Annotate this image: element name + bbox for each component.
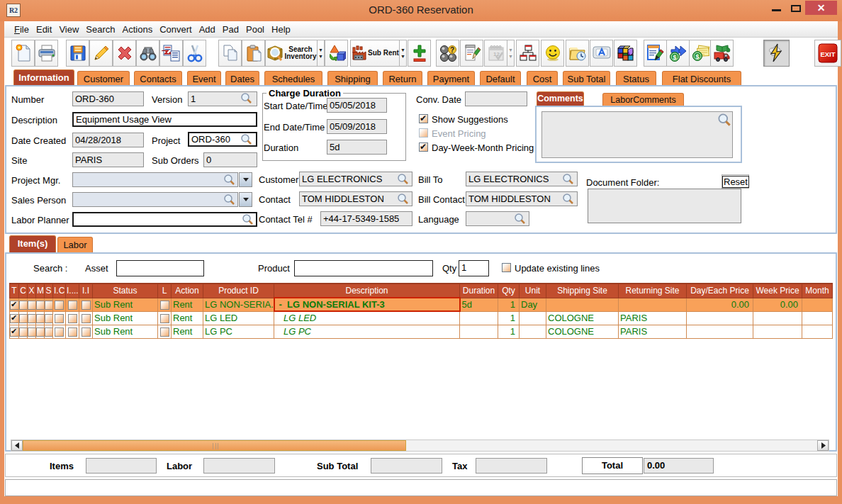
menu-convert[interactable]: Convert [156, 24, 196, 35]
row-t-checkbox[interactable] [10, 301, 19, 310]
row-ii-checkbox[interactable] [82, 327, 91, 337]
row-duration[interactable] [460, 311, 498, 325]
exit-button[interactable]: EXIT [814, 40, 841, 67]
qty-input[interactable]: 1 [459, 260, 489, 276]
project-search-icon[interactable] [240, 133, 252, 145]
row-unit[interactable] [520, 325, 546, 338]
row-qty[interactable]: 1 [498, 311, 520, 325]
tab-sub-total[interactable]: Sub Total [563, 71, 610, 86]
tab-payment[interactable]: Payment [427, 71, 475, 86]
row-shipping-site[interactable] [546, 298, 619, 311]
tab-customer[interactable]: Customer [77, 71, 130, 86]
row-month[interactable] [802, 298, 833, 311]
contact-search-icon[interactable] [397, 193, 409, 205]
row-month[interactable] [802, 311, 833, 325]
row-product-id[interactable]: LG LED [203, 311, 274, 325]
row-status[interactable]: Sub Rent [93, 325, 158, 338]
maximize-button[interactable] [789, 1, 804, 15]
row-week-price[interactable] [753, 325, 802, 338]
row-month[interactable] [802, 325, 833, 338]
tab-comments[interactable]: Comments [537, 91, 584, 106]
copy-button[interactable] [218, 40, 242, 67]
bill-contact-search-icon[interactable] [562, 193, 574, 205]
col-unit[interactable]: Unit [520, 284, 546, 298]
shipping-truck-button[interactable] [710, 40, 734, 67]
row-duration[interactable] [460, 325, 498, 338]
tab-default[interactable]: Default [480, 71, 521, 86]
row-week-price[interactable] [753, 311, 802, 325]
shortcut-key-button[interactable] [590, 40, 613, 67]
col-qty[interactable]: Qty [498, 284, 520, 298]
asset-input[interactable] [116, 260, 204, 276]
table-row[interactable]: Sub Rent Rent LG PC LG PC 1 COLOGNE PARI… [10, 325, 833, 338]
tab-labor-comments[interactable]: LaborComments [602, 93, 684, 106]
tab-shipping[interactable]: Shipping [327, 71, 378, 86]
notepad-button[interactable] [460, 40, 483, 67]
row-idot-checkbox[interactable] [68, 301, 77, 310]
menu-help[interactable]: Help [268, 24, 294, 35]
row-returning-site[interactable]: PARIS [619, 325, 687, 338]
add-button[interactable] [408, 40, 431, 67]
row-idot-checkbox[interactable] [68, 327, 77, 337]
col-t[interactable]: T [10, 284, 19, 298]
col-ii[interactable]: I.I [79, 284, 93, 298]
hscroll-right-arrow[interactable] [817, 440, 829, 451]
menu-pad[interactable]: Pad [219, 24, 242, 35]
row-qty[interactable]: 1 [498, 298, 520, 311]
row-t-checkbox[interactable] [10, 314, 19, 323]
menu-actions[interactable]: Actions [119, 24, 157, 35]
sub-rent-button[interactable]: Sub Rent [350, 40, 400, 67]
money-notes-button[interactable]: $ [689, 40, 712, 67]
col-m[interactable]: M [36, 284, 45, 298]
copy-special-button[interactable] [159, 40, 183, 67]
product-input[interactable] [294, 260, 433, 276]
row-x-checkbox[interactable] [28, 314, 36, 323]
calendar-button[interactable]: 12 [484, 40, 507, 67]
labor-planner-search-icon[interactable] [242, 213, 254, 225]
duration-field[interactable]: 5d [327, 140, 387, 155]
row-qty[interactable]: 1 [498, 325, 520, 338]
print-button[interactable] [35, 40, 58, 67]
project-mgr-dropdown[interactable] [239, 172, 252, 187]
stacked-cubes-button[interactable] [614, 40, 637, 67]
row-t-checkbox[interactable] [10, 327, 19, 337]
menu-add[interactable]: Add [196, 24, 219, 35]
row-unit[interactable]: Day [520, 298, 546, 311]
tab-flat-discounts[interactable]: Flat Discounts [662, 71, 741, 86]
folder-clock-button[interactable] [566, 40, 589, 67]
minimize-button[interactable] [769, 1, 785, 15]
row-m-checkbox[interactable] [36, 301, 45, 310]
contact-tel-field[interactable]: +44-17-5349-1585 [320, 211, 412, 226]
bill-to-field[interactable]: LG ELECTRONICS [466, 172, 578, 186]
row-c-checkbox[interactable] [19, 301, 28, 310]
row-description[interactable]: - LG NON-SERIAL KIT-3 [274, 298, 460, 311]
row-c-checkbox[interactable] [19, 327, 28, 337]
table-row[interactable]: Sub Rent Rent LG NON-SERIA... - LG NON-S… [10, 298, 833, 311]
customer-search-icon[interactable] [397, 173, 409, 185]
end-date-field[interactable]: 05/09/2018 [327, 119, 387, 134]
delete-button[interactable] [113, 40, 136, 67]
row-x-checkbox[interactable] [28, 301, 36, 310]
sales-person-search-icon[interactable] [223, 194, 235, 206]
row-day-each-price[interactable] [687, 325, 753, 338]
row-unit[interactable] [520, 311, 546, 325]
menu-edit[interactable]: Edit [33, 24, 55, 35]
find-button[interactable] [136, 40, 159, 67]
col-status[interactable]: Status [93, 284, 158, 298]
col-duration[interactable]: Duration [460, 284, 498, 298]
row-idot-checkbox[interactable] [68, 314, 77, 323]
sub-rent-dropdown[interactable]: ▼▼ [400, 40, 407, 67]
edit-button[interactable] [89, 40, 113, 67]
dwm-pricing-checkbox[interactable] [419, 142, 428, 152]
row-description[interactable]: LG PC [274, 325, 460, 338]
row-product-id[interactable]: LG NON-SERIA... [203, 298, 274, 311]
quick-action-button[interactable] [763, 40, 790, 67]
col-returning-site[interactable]: Returning Site [619, 284, 687, 298]
row-ii-checkbox[interactable] [82, 314, 91, 323]
menu-search[interactable]: Search [82, 24, 118, 35]
row-c-checkbox[interactable] [19, 314, 28, 323]
row-ii-checkbox[interactable] [82, 301, 91, 310]
col-l[interactable]: L [158, 284, 172, 298]
labor-planner-field[interactable] [72, 212, 257, 227]
row-day-each-price[interactable]: 0.00 [687, 298, 753, 311]
